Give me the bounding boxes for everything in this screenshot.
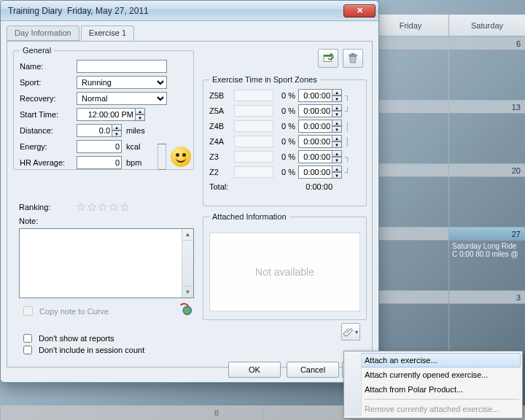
copy-note-checkbox — [23, 306, 33, 316]
zone-pct: 0 % — [276, 91, 295, 100]
trash-icon — [346, 52, 359, 65]
window-title: Training Diary Friday, May 27, 2011 — [8, 6, 149, 16]
name-input[interactable] — [77, 60, 167, 73]
tab-exercise-1[interactable]: Exercise 1 — [81, 26, 134, 41]
zone-name: Z4A — [209, 137, 231, 146]
hr-label: HR Average: — [20, 158, 77, 167]
cal-date[interactable]: 20 — [449, 164, 525, 177]
close-button[interactable]: ✕ — [343, 4, 376, 18]
zone-name: Z2 — [209, 168, 231, 176]
recovery-select[interactable]: Normal — [77, 92, 167, 105]
zone-bar — [234, 136, 273, 147]
sport-zones-group: Exercise Time in Sport Zones Z5B0 %▲▼┐Z5… — [203, 75, 367, 206]
tab-day-information[interactable]: Day Information — [7, 26, 79, 41]
note-scrollbar[interactable]: ▲ ▼ — [182, 229, 193, 298]
titlebar[interactable]: Training Diary Friday, May 27, 2011 ✕ — [1, 1, 378, 21]
close-icon: ✕ — [357, 6, 363, 15]
energy-input[interactable] — [77, 140, 122, 153]
copy-note-label: Copy note to Curve — [39, 307, 109, 316]
cal-date[interactable]: 13 — [449, 101, 525, 114]
zones-total-label: Total: — [209, 182, 257, 191]
cancel-button[interactable]: Cancel — [287, 362, 339, 378]
sport-select[interactable]: Running — [77, 76, 167, 89]
name-label: Name: — [20, 62, 77, 71]
zone-name: Z5A — [209, 106, 231, 115]
zone-time-stepper[interactable]: ▲▼ — [298, 166, 342, 179]
spin-up[interactable]: ▲ — [135, 108, 145, 114]
cal-event[interactable]: Saturday Long RideC 0:00 80.0 miles @ — [449, 241, 525, 260]
globe-curve-icon[interactable] — [178, 301, 194, 316]
zone-bar — [234, 120, 273, 132]
zone-bracket-icon: │ — [345, 137, 351, 146]
zone-bracket-icon: ┘ — [345, 168, 351, 176]
general-legend: General — [20, 46, 54, 55]
ranking-label: Ranking: — [19, 203, 76, 211]
energy-unit: kcal — [126, 142, 141, 151]
zone-name: Z4B — [209, 122, 231, 131]
dropdown-arrow-icon: ▾ — [355, 329, 358, 335]
ctx-attach-exercise[interactable]: Attach an exercise... — [346, 353, 521, 368]
scroll-up-icon[interactable]: ▲ — [182, 229, 193, 241]
hr-input[interactable] — [77, 156, 122, 169]
ranking-stars[interactable] — [76, 202, 130, 212]
star-icon[interactable] — [109, 202, 119, 212]
zone-bracket-icon: ┐ — [345, 91, 351, 100]
zone-name: Z3 — [209, 152, 231, 161]
zone-pct: 0 % — [276, 106, 295, 115]
calendar-arrow-icon — [322, 52, 335, 65]
start-time-label: Start Time: — [20, 110, 77, 119]
paperclip-icon — [343, 327, 354, 337]
calendar-refresh-button[interactable] — [318, 49, 338, 68]
zone-pct: 0 % — [276, 152, 295, 161]
zone-bar — [234, 151, 273, 163]
zone-time-stepper[interactable]: ▲▼ — [298, 135, 342, 148]
cal-header-friday: Friday — [372, 15, 448, 36]
attach-menu-button[interactable]: ▾ — [341, 323, 360, 341]
start-time-stepper[interactable]: ▲▼ — [77, 108, 145, 121]
smiley-icon[interactable] — [171, 147, 191, 167]
energy-label: Energy: — [20, 142, 77, 151]
ok-button[interactable]: OK — [228, 362, 281, 378]
zones-legend: Exercise Time in Sport Zones — [209, 75, 320, 84]
zone-time-stepper[interactable]: ▲▼ — [298, 150, 342, 163]
distance-unit: miles — [126, 126, 145, 135]
zone-row: Z4B0 %▲▼│ — [209, 119, 360, 133]
zone-time-stepper[interactable]: ▲▼ — [298, 104, 342, 117]
star-icon[interactable] — [98, 202, 108, 212]
distance-stepper[interactable]: ▲▼ — [77, 124, 122, 137]
note-textarea[interactable]: ▲ ▼ — [19, 228, 194, 298]
zone-time-stepper[interactable]: ▲▼ — [298, 120, 342, 133]
zone-pct: 0 % — [276, 168, 295, 176]
cal-date-selected[interactable]: 27 — [449, 228, 525, 241]
zone-bracket-icon: ┘ — [345, 106, 351, 115]
zone-bracket-icon: ┐ — [345, 152, 351, 161]
attached-info-legend: Attached Information — [209, 212, 289, 221]
no-reports-checkbox[interactable] — [23, 334, 32, 343]
ctx-attach-opened[interactable]: Attach currently opened exercise... — [346, 368, 521, 382]
star-icon[interactable] — [120, 202, 130, 212]
scroll-down-icon[interactable]: ▼ — [182, 286, 193, 298]
spin-down[interactable]: ▼ — [135, 114, 145, 121]
tab-panel: General Name: Sport:Running Recovery:Nor… — [7, 41, 373, 368]
ctx-attach-polar[interactable]: Attach from Polar Product... — [346, 382, 521, 397]
zone-row: Z5B0 %▲▼┐ — [209, 88, 360, 103]
hr-unit: bpm — [126, 158, 141, 167]
cal-date[interactable]: 3 — [449, 291, 525, 304]
star-icon[interactable] — [76, 202, 86, 212]
zone-bar — [234, 105, 273, 117]
zone-name: Z5B — [209, 91, 231, 100]
attach-context-menu: Attach an exercise... Attach currently o… — [343, 351, 523, 419]
zone-bar — [234, 90, 273, 101]
no-session-checkbox[interactable] — [23, 346, 32, 354]
star-icon[interactable] — [87, 202, 97, 212]
zone-bar — [234, 166, 273, 178]
cal-date[interactable]: 6 — [449, 37, 525, 50]
svg-rect-3 — [352, 53, 354, 55]
no-reports-label: Don't show at reports — [39, 334, 114, 343]
zone-time-stepper[interactable]: ▲▼ — [298, 89, 342, 102]
delete-button[interactable] — [343, 49, 363, 68]
mood-scale[interactable] — [158, 144, 166, 170]
general-group: General Name: Sport:Running Recovery:Nor… — [13, 46, 194, 170]
note-label: Note: — [19, 217, 38, 225]
zone-row: Z20 %▲▼┘ — [209, 165, 360, 179]
